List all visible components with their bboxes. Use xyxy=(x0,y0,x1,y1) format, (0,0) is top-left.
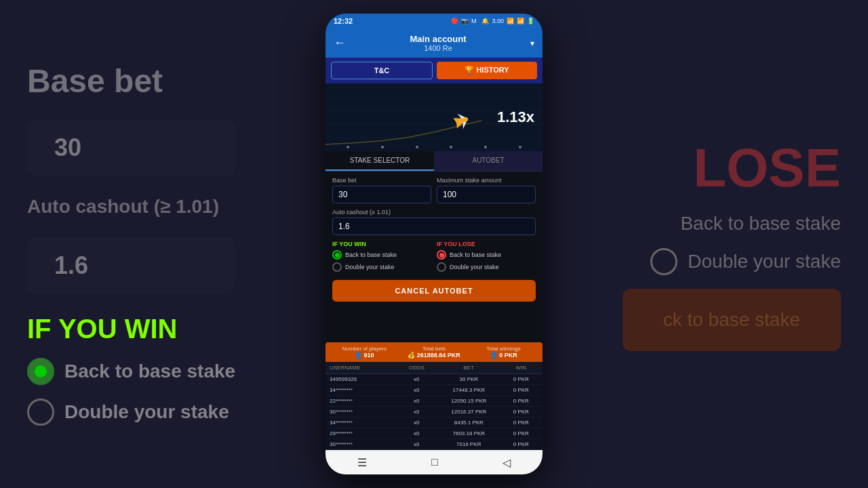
bets-value: 💰 261888.84 PKR xyxy=(399,352,469,359)
cell-win: 0 PKR xyxy=(504,376,538,382)
bg-base-bet-label: Base bet xyxy=(27,62,235,100)
winnings-value: 👤 0 PKR xyxy=(469,352,538,359)
winnings-stat: Total winnings 👤 0 PKR xyxy=(469,346,538,359)
cell-bet: 30 PKR xyxy=(434,376,504,382)
win-lose-section: IF YOU WIN Back to base stake Double you… xyxy=(332,241,536,274)
bg-radio-filled xyxy=(27,358,54,385)
table-body: 349599329 x0 30 PKR 0 PKR 34******** x0 … xyxy=(326,374,542,450)
cell-username: 349599329 xyxy=(330,376,399,382)
cell-bet: 17448.3 PKR xyxy=(434,387,504,393)
col-header-bet: BET xyxy=(434,365,504,371)
bg-box1: 30 xyxy=(27,120,235,176)
nav-back-icon[interactable]: ◁ xyxy=(502,456,511,469)
cell-win: 0 PKR xyxy=(504,441,538,447)
cell-win: 0 PKR xyxy=(504,398,538,404)
lose-title: IF YOU LOSE xyxy=(437,241,536,247)
col-header-odds: ODDS xyxy=(399,365,434,371)
col-header-username: USERNAME xyxy=(330,365,399,371)
table-header-row: USERNAME ODDS BET WIN xyxy=(326,362,542,374)
nav-home-icon[interactable]: □ xyxy=(431,456,438,468)
cell-bet: 8435.1 PKR xyxy=(434,420,504,426)
cell-username: 30******** xyxy=(330,441,399,447)
table-row: 34******** x0 17448.3 PKR 0 PKR xyxy=(326,385,542,396)
cell-odds: x0 xyxy=(399,441,434,447)
max-stake-input[interactable] xyxy=(437,186,536,203)
nav-bar: ☰ □ ◁ xyxy=(326,450,542,474)
form-area: Base bet Maximum stake amount Auto casho… xyxy=(326,171,542,342)
cell-username: 30******** xyxy=(330,409,399,415)
header-subtitle: 1400 Re xyxy=(353,44,524,52)
win-option1-row[interactable]: Back to base stake xyxy=(332,250,431,260)
win-option2-row[interactable]: Double your stake xyxy=(332,262,431,272)
base-bet-label: Base bet xyxy=(332,177,431,184)
game-canvas: 1.13x xyxy=(326,83,542,151)
cell-bet: 12050.15 PKR xyxy=(434,398,504,404)
bg-win-opt2: Double your stake xyxy=(64,401,229,423)
autocashout-input[interactable] xyxy=(332,218,536,235)
table-row: 30******** x0 7016 PKR 0 PKR xyxy=(326,439,542,450)
phone-mockup: 12:32 🔴 📷 M 🔔 3.00 📶 📶 🔋 ← Main account … xyxy=(326,14,542,474)
status-bar: 12:32 🔴 📷 M 🔔 3.00 📶 📶 🔋 xyxy=(326,14,542,28)
cell-odds: x0 xyxy=(399,387,434,393)
lose-option2-label: Double your stake xyxy=(450,264,499,270)
autocashout-label: Auto cashout (≥ 1.01) xyxy=(332,209,536,216)
cell-username: 34******** xyxy=(330,420,399,426)
dropdown-icon[interactable]: ▾ xyxy=(530,39,534,48)
table-row: 34******** x0 8435.1 PKR 0 PKR xyxy=(326,418,542,428)
tab-history[interactable]: 🏆 HISTORY xyxy=(437,62,537,79)
bg-stake-label: Back to base stake xyxy=(680,213,841,235)
nav-menu-icon[interactable]: ☰ xyxy=(357,456,367,469)
cell-username: 22******** xyxy=(330,398,399,404)
tab-stake-selector[interactable]: STAKE SELECTOR xyxy=(326,151,434,171)
bg-radio-empty2 xyxy=(650,248,677,275)
win-title: IF YOU WIN xyxy=(332,241,431,247)
tab-tnc[interactable]: T&C xyxy=(331,62,433,79)
multiplier-display: 1.13x xyxy=(497,108,534,126)
cell-odds: x0 xyxy=(399,376,434,382)
status-icons: 🔴 📷 M 🔔 3.00 📶 📶 🔋 xyxy=(451,18,534,24)
lose-option2-row[interactable]: Double your stake xyxy=(437,262,536,272)
col-header-win: WIN xyxy=(504,365,538,371)
lose-radio2 xyxy=(437,262,446,272)
cell-odds: x0 xyxy=(399,420,434,426)
status-time: 12:32 xyxy=(334,17,353,25)
lose-column: IF YOU LOSE Back to base stake Double yo… xyxy=(437,241,536,274)
cell-odds: x0 xyxy=(399,430,434,436)
bet-row: Base bet Maximum stake amount xyxy=(332,177,536,203)
timeline-dots xyxy=(326,146,542,148)
lose-radio1 xyxy=(437,250,446,260)
bg-win-opt1: Back to base stake xyxy=(64,361,235,382)
cell-odds: x0 xyxy=(399,409,434,415)
win-option1-label: Back to base stake xyxy=(345,251,397,258)
bg-orange-box: ck to base stake xyxy=(623,289,841,351)
tab-autobet[interactable]: AUTOBET xyxy=(434,151,542,171)
base-bet-input[interactable] xyxy=(332,186,431,203)
win-option2-label: Double your stake xyxy=(345,264,395,270)
bg-double-label: Double your stake xyxy=(688,251,841,272)
bets-label: Total bets xyxy=(399,346,469,352)
max-stake-label: Maximum stake amount xyxy=(437,177,536,184)
stake-selector-tabs: STAKE SELECTOR AUTOBET xyxy=(326,151,542,171)
cell-win: 0 PKR xyxy=(504,387,538,393)
win-radio1 xyxy=(332,250,342,260)
players-stat: Number of players 👤 910 xyxy=(330,346,399,359)
table-row: 30******** x0 12016.37 PKR 0 PKR xyxy=(326,407,542,418)
bg-radio-empty xyxy=(27,399,54,426)
table-row: 349599329 x0 30 PKR 0 PKR xyxy=(326,374,542,385)
base-bet-group: Base bet xyxy=(332,177,431,203)
header: ← Main account 1400 Re ▾ xyxy=(326,28,542,58)
cell-win: 0 PKR xyxy=(504,430,538,436)
winnings-label: Total winnings xyxy=(469,346,538,352)
players-label: Number of players xyxy=(330,346,399,352)
bg-lose-text: LOSE xyxy=(693,137,841,199)
bg-autocashout-label: Auto cashout (≥ 1.01) xyxy=(27,196,235,218)
header-title: Main account xyxy=(353,34,524,44)
cell-win: 0 PKR xyxy=(504,409,538,415)
lose-option1-row[interactable]: Back to base stake xyxy=(437,250,536,260)
cell-username: 29******** xyxy=(330,430,399,436)
cancel-autobet-button[interactable]: CANCEL AUTOBET xyxy=(332,280,536,302)
back-button[interactable]: ← xyxy=(334,36,346,50)
table-row: 22******** x0 12050.15 PKR 0 PKR xyxy=(326,396,542,407)
cell-bet: 12016.37 PKR xyxy=(434,409,504,415)
cell-odds: x0 xyxy=(399,398,434,404)
